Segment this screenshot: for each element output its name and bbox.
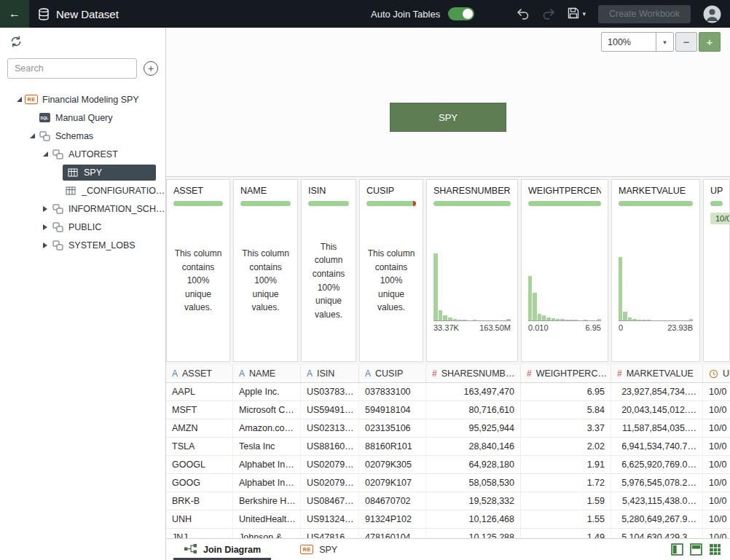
histogram: 33.37K 163.50M	[433, 241, 511, 332]
histogram-min-label: 0.010	[528, 323, 549, 332]
table-icon	[66, 167, 79, 178]
collapsed-triangle-icon	[43, 242, 47, 248]
auto-join-toggle[interactable]	[448, 7, 474, 20]
table-header-row: A ASSET A NAME A ISIN A CUSIP # SHARES	[166, 365, 730, 383]
back-button[interactable]: ←	[0, 0, 29, 28]
quality-message: This column contains 100% unique values.	[308, 206, 349, 355]
table-row[interactable]: UNH UnitedHealt… US91324… 91324P102 10,1…	[166, 510, 730, 529]
expand-toggle[interactable]	[28, 133, 36, 138]
sidebar-item-configuration[interactable]: _CONFIGURATIO…	[0, 181, 165, 200]
expand-toggle[interactable]	[41, 224, 50, 230]
sidebar-item-autorest[interactable]: AUTOREST	[0, 145, 165, 163]
cell-cusip: 478160104	[359, 529, 426, 538]
collapsed-triangle-icon	[43, 224, 47, 230]
table-row[interactable]: MSFT Microsoft C… US59491… 594918104 80,…	[166, 401, 730, 419]
split-view-icon[interactable]	[690, 543, 702, 556]
sidebar-item-schemas[interactable]: Schemas	[0, 127, 165, 145]
sidebar-item-manual-query[interactable]: SQL Manual Query	[0, 109, 165, 127]
cell-name: Berkshire H…	[233, 492, 301, 510]
save-menu-caret[interactable]: ▾	[582, 10, 586, 17]
quality-card-marketvalue[interactable]: MARKETVALUE 0 23.93B	[611, 179, 700, 362]
add-table-button[interactable]: +	[144, 61, 158, 76]
cell-updated: 10/0	[703, 529, 730, 538]
sidebar-item-spy[interactable]: SPY	[0, 163, 165, 181]
sidebar-item-public[interactable]: PUBLIC	[0, 218, 165, 236]
cell-updated: 10/0	[703, 419, 730, 437]
column-header-asset[interactable]: A ASSET	[166, 365, 233, 382]
data-view-icon[interactable]	[709, 543, 721, 556]
expand-toggle[interactable]	[41, 206, 50, 212]
cell-isin: US03783…	[301, 383, 359, 401]
view-toggle-group	[671, 543, 730, 556]
expand-toggle[interactable]	[41, 242, 50, 248]
quality-card-cusip[interactable]: CUSIP This column contains 100% unique v…	[359, 179, 423, 362]
search-input[interactable]	[7, 58, 137, 79]
quality-card-asset[interactable]: ASSET This column contains 100% unique v…	[166, 179, 230, 362]
column-header-sharesnumber[interactable]: # SHARESNUMB…	[426, 365, 521, 382]
column-header-cusip[interactable]: A CUSIP	[359, 365, 426, 382]
quality-card-sharesnumber[interactable]: SHARESNUMBER 33.37K 163.50M	[426, 179, 518, 362]
undo-button[interactable]	[517, 8, 530, 20]
cell-name: Alphabet In…	[233, 456, 301, 473]
column-quality-strip: ASSET This column contains 100% unique v…	[166, 177, 730, 365]
tree-item-label: AUTOREST	[68, 149, 118, 159]
text-type-icon: A	[239, 368, 245, 379]
save-button[interactable]	[568, 7, 579, 21]
expand-toggle[interactable]	[15, 97, 23, 102]
toggle-knob	[463, 9, 473, 19]
sidebar-item-system-lobs[interactable]: SYSTEM_LOBS	[0, 236, 165, 254]
zoom-out-button[interactable]: −	[675, 32, 697, 52]
cell-isin: US59491…	[301, 401, 359, 419]
table-row[interactable]: AAPL Apple Inc. US03783… 037833100 163,4…	[166, 383, 730, 401]
sidebar-item-information-schema[interactable]: INFORMATION_SCH…	[0, 200, 165, 218]
join-diagram-canvas[interactable]: 100% ▾ − + SPY	[166, 28, 730, 177]
user-avatar[interactable]	[703, 5, 721, 23]
column-header-isin[interactable]: A ISIN	[301, 365, 359, 382]
cell-updated: 10/0	[703, 438, 730, 455]
column-header-label: CUSIP	[375, 368, 403, 379]
cell-isin: US08467…	[301, 492, 359, 510]
zoom-in-button[interactable]: +	[699, 32, 721, 52]
redo-button[interactable]	[542, 8, 555, 20]
diagram-view-icon[interactable]	[671, 543, 683, 556]
cell-marketvalue: 11,587,854,035.…	[611, 419, 703, 437]
sidebar-item-financial-modeling-spy[interactable]: RE Financial Modeling SPY	[0, 90, 165, 109]
text-type-icon: A	[307, 368, 313, 379]
cell-name: Johnson & …	[233, 529, 301, 538]
table-row[interactable]: GOOGL Alphabet In… US02079… 02079K305 64…	[166, 456, 730, 474]
quality-card-isin[interactable]: ISIN This column contains 100% unique va…	[301, 179, 356, 362]
cell-name: UnitedHealt…	[233, 510, 301, 528]
table-node-spy[interactable]: SPY	[390, 103, 506, 132]
quality-bar	[619, 201, 693, 206]
cell-asset: GOOG	[166, 474, 233, 492]
table-row[interactable]: BRK-B Berkshire H… US08467… 084670702 19…	[166, 492, 730, 510]
table-row[interactable]: AMZN Amazon.co… US02313… 023135106 95,92…	[166, 419, 730, 438]
quality-card-updated[interactable]: UPDA 10/0	[703, 179, 730, 362]
tab-join-diagram[interactable]: Join Diagram	[173, 539, 271, 560]
create-workbook-button[interactable]: Create Workbook	[598, 5, 691, 23]
top-bar-actions: ▾ Create Workbook	[517, 5, 730, 23]
column-name: ASSET	[173, 186, 223, 196]
table-row[interactable]: JNJ Johnson & … US47816… 478160104 10,12…	[166, 529, 730, 538]
expand-toggle[interactable]	[41, 151, 50, 157]
column-header-weightpercentage[interactable]: # WEIGHTPERC…	[521, 365, 611, 382]
quality-bar	[240, 201, 291, 206]
column-header-updated[interactable]: UPD	[703, 365, 730, 382]
refresh-schemas-button[interactable]	[9, 34, 23, 51]
zoom-level-select[interactable]: 100% ▾	[601, 32, 674, 52]
table-row[interactable]: TSLA Tesla Inc US88160… 88160R101 28,840…	[166, 438, 730, 456]
quality-bar	[528, 201, 601, 206]
join-diagram-icon	[184, 543, 197, 556]
table-row[interactable]: GOOG Alphabet In… US02079… 02079K107 58,…	[166, 474, 730, 492]
tab-spy[interactable]: RE SPY	[290, 539, 348, 560]
cell-isin: US88160…	[301, 438, 359, 455]
column-header-marketvalue[interactable]: # MARKETVALUE	[611, 365, 703, 382]
top-bar: ← New Dataset Auto Join Tables ▾	[0, 0, 730, 28]
column-header-name[interactable]: A NAME	[233, 365, 301, 382]
cell-sharesnumber: 64,928,180	[426, 456, 521, 473]
cell-sharesnumber: 10,126,468	[426, 510, 521, 528]
quality-card-weightpercentage[interactable]: WEIGHTPERCEN… 0.010 6.95	[521, 179, 608, 362]
column-header-label: WEIGHTPERC…	[536, 368, 607, 379]
quality-card-name[interactable]: NAME This column contains 100% unique va…	[233, 179, 298, 362]
quality-bar	[366, 201, 416, 206]
